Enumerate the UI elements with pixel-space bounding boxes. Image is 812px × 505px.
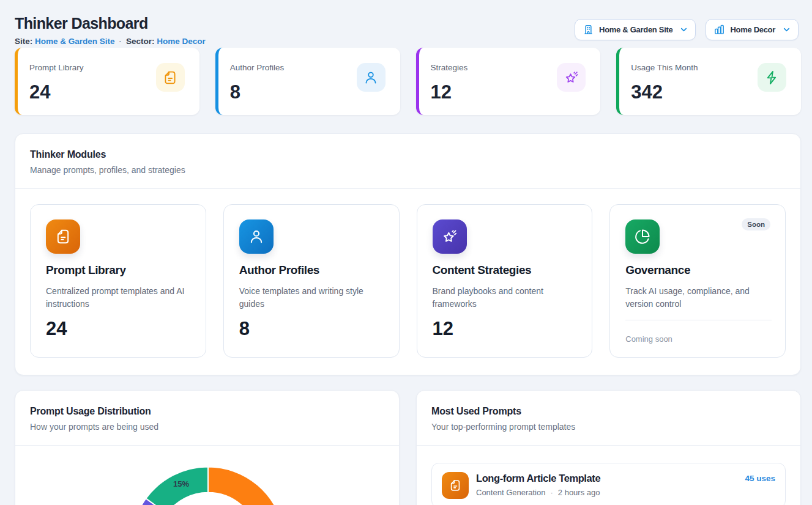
svg-text:15%: 15%	[173, 479, 189, 488]
